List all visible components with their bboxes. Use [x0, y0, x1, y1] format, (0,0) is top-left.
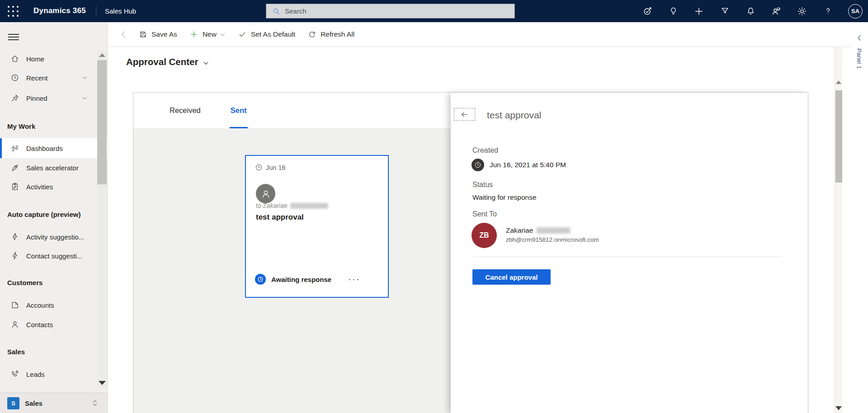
sidebar-item-label: Contacts: [26, 321, 53, 329]
card-footer: Awaiting response ···: [255, 274, 361, 285]
scroll-down-icon[interactable]: [835, 406, 842, 410]
tab-received-label: Received: [170, 106, 201, 115]
accounts-icon: [10, 300, 19, 310]
sidebar-item-accounts[interactable]: Accounts: [0, 295, 108, 315]
sidebar-item-label: Accounts: [26, 301, 54, 309]
sender-avatar: [256, 184, 275, 203]
sidebar-item-activity-suggestions[interactable]: Activity suggestio...: [0, 227, 108, 247]
sidebar-item-label: Recent: [26, 74, 48, 82]
main-scrollbar-thumb[interactable]: [835, 90, 842, 183]
panel-collapse-chevron-icon[interactable]: [855, 34, 863, 42]
area-label: Sales: [25, 399, 42, 407]
scroll-up-icon[interactable]: [836, 80, 841, 84]
created-row: Jun 16, 2021 at 5:40 PM: [472, 159, 566, 171]
user-avatar[interactable]: SA: [848, 4, 863, 19]
chevron-down-icon[interactable]: [81, 95, 88, 101]
refresh-all-button[interactable]: Refresh All: [302, 26, 361, 42]
cancel-approval-button[interactable]: Cancel approval: [472, 269, 551, 285]
card-date: Jun 16: [266, 164, 286, 171]
clipboard-icon: [10, 182, 19, 191]
main-scrollbar-track[interactable]: [835, 47, 842, 413]
sent-to-label: Sent To: [472, 210, 497, 218]
sidebar-item-home[interactable]: Home: [0, 49, 108, 69]
sidebar-item-leads[interactable]: Leads: [0, 364, 108, 384]
dashboard-selector[interactable]: Approval Center: [126, 56, 209, 67]
sidebar-scroll-down-icon[interactable]: [99, 381, 106, 385]
tab-received[interactable]: Received: [169, 93, 202, 128]
person-icon: [10, 320, 19, 329]
command-bar: Save As New Set As Default Refresh All: [108, 22, 851, 47]
card-recipient-line: to Zakariae: [256, 202, 328, 209]
approval-tabs: Received Sent: [133, 93, 450, 129]
topbar-divider: [96, 6, 96, 16]
chevron-down-icon: [203, 60, 209, 66]
new-button[interactable]: New: [184, 26, 232, 42]
topbar-icon-group: SA: [642, 0, 863, 22]
clock-icon: [255, 164, 263, 171]
save-as-button[interactable]: Save As: [132, 26, 184, 42]
sidebar-scroll-up-icon[interactable]: [99, 53, 105, 57]
app-name[interactable]: Sales Hub: [105, 7, 136, 15]
approval-detail-panel: test approval Created Jun 16, 2021 at 5:…: [451, 93, 808, 413]
home-icon: [10, 54, 19, 63]
approvals-list: Jun 16 to Zakariae test approval Awai: [133, 129, 451, 413]
sidebar-item-recent[interactable]: Recent: [0, 68, 108, 88]
sidebar-item-activities[interactable]: Activities: [0, 177, 108, 197]
more-options-icon[interactable]: ···: [349, 276, 361, 283]
search-input[interactable]: [285, 7, 502, 15]
global-search-box[interactable]: [266, 4, 515, 19]
section-header-auto-capture: Auto capture (preview): [7, 211, 81, 221]
created-clock-icon: [472, 159, 484, 171]
rocket-icon: [10, 163, 19, 172]
site-map-sidebar: Home Recent Pinned My Work Dashboards: [0, 22, 108, 413]
awaiting-clock-icon: [255, 274, 266, 285]
sidebar-item-dashboards[interactable]: Dashboards: [0, 138, 108, 158]
panel-tab-label[interactable]: Panel 1: [856, 48, 863, 69]
bell-icon[interactable]: [745, 6, 756, 17]
sidebar-item-label: Activity suggestio...: [26, 233, 84, 241]
sitemap-collapse-icon[interactable]: [8, 32, 19, 41]
brand-title[interactable]: Dynamics 365: [33, 6, 86, 15]
area-tile: S: [7, 397, 19, 409]
area-switcher[interactable]: S Sales: [0, 393, 108, 413]
card-to-text: to Zakariae: [256, 202, 288, 209]
phone-gear-icon: [10, 370, 19, 379]
back-arrow-icon[interactable]: [114, 26, 132, 42]
set-as-default-label: Set As Default: [251, 30, 295, 38]
area-switch-updown-icon[interactable]: [91, 399, 99, 407]
created-label: Created: [472, 146, 498, 155]
status-value: Waiting for response: [472, 193, 537, 202]
new-label: New: [203, 30, 217, 38]
created-value: Jun 16, 2021 at 5:40 PM: [490, 161, 566, 169]
main-content: Save As New Set As Default Refresh All A…: [108, 22, 868, 413]
chevron-down-icon[interactable]: [81, 75, 88, 81]
recipient-row: ZB Zakariae zbh@crm915812.onmicrosoft.co…: [472, 223, 599, 248]
status-label: Status: [472, 181, 493, 189]
sidebar-item-label: Activities: [26, 183, 53, 191]
feedback-person-icon[interactable]: [771, 6, 782, 17]
detail-title: test approval: [487, 110, 541, 121]
card-date-row: Jun 16: [255, 164, 286, 171]
teaching-check-icon[interactable]: [642, 6, 653, 17]
filter-icon[interactable]: [719, 6, 730, 17]
dashboards-icon: [10, 144, 19, 153]
help-icon[interactable]: [822, 6, 833, 17]
tab-sent[interactable]: Sent: [230, 93, 248, 128]
app-launcher-waffle-icon[interactable]: [7, 5, 19, 17]
detail-back-button[interactable]: [454, 108, 475, 121]
sidebar-item-sales-accelerator[interactable]: Sales accelerator: [0, 158, 108, 178]
set-as-default-button[interactable]: Set As Default: [232, 26, 302, 42]
sidebar-scrollbar-thumb[interactable]: [97, 60, 107, 184]
clock-icon: [10, 73, 19, 82]
quick-create-plus-icon[interactable]: [693, 6, 704, 17]
redacted-surname: [290, 203, 328, 209]
section-header-customers: Customers: [7, 279, 42, 289]
refresh-all-label: Refresh All: [321, 30, 354, 38]
chevron-down-icon[interactable]: [220, 32, 226, 38]
lightbulb-icon[interactable]: [668, 6, 679, 17]
sidebar-item-contact-suggestions[interactable]: Contact suggesti...: [0, 246, 108, 266]
approval-card[interactable]: Jun 16 to Zakariae test approval Awai: [245, 155, 389, 298]
gear-icon[interactable]: [797, 6, 807, 17]
sidebar-item-pinned[interactable]: Pinned: [0, 88, 108, 108]
sidebar-item-contacts[interactable]: Contacts: [0, 314, 108, 334]
